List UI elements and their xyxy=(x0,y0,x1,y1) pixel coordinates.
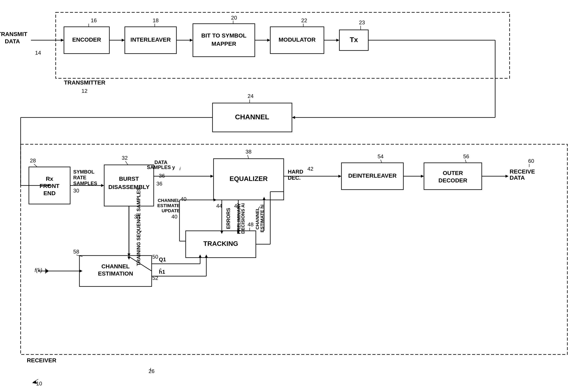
hard-dec-label2: DEC. xyxy=(288,175,301,181)
h1-hat-label: ĥ1 xyxy=(159,269,165,275)
channel-est-label1: CHANNEL xyxy=(102,263,130,270)
transmitter-ref: 12 xyxy=(82,88,87,94)
hard-dec-ref: 42 xyxy=(307,166,313,172)
receive-data-label2: DATA xyxy=(510,174,525,181)
deinterleaver-ref: 54 xyxy=(378,153,383,159)
outer-decoder-ref: 56 xyxy=(463,153,469,159)
tracking-label: TRACKING xyxy=(203,240,238,247)
channel-ref: 24 xyxy=(248,93,253,99)
encoder-ref: 16 xyxy=(91,17,97,23)
channel-label: CHANNEL xyxy=(235,113,269,121)
outer-decoder-label1: OUTER xyxy=(443,170,463,176)
symbol-rate-samples-label2: RATE xyxy=(73,175,86,180)
ref-40-b: 40 xyxy=(181,196,187,202)
channel-update-label3: UPDATE xyxy=(162,208,180,213)
interleaver-ref: 18 xyxy=(153,17,159,23)
transmit-data-ref: 14 xyxy=(35,50,41,56)
data-samples-label2: SAMPLES y xyxy=(147,164,175,170)
equalizer-label: EQUALIZER xyxy=(230,175,268,182)
rx-front-end-label3: END xyxy=(43,190,56,196)
training-seq-samples-label1: TRAINING SEQUENCE SAMPLES xyxy=(136,188,141,266)
q1-ref: 50 xyxy=(152,254,158,260)
encoder-label: ENCODER xyxy=(72,37,101,43)
rx-front-end-label2: FRONT xyxy=(40,183,60,189)
tracking-ref: 48 xyxy=(248,221,253,228)
modulator-label: MODULATOR xyxy=(278,37,315,43)
outer-decoder-label2: DECODER xyxy=(439,177,467,184)
tx-ref: 23 xyxy=(359,19,365,26)
block-diagram-svg: TRANSMITTER 12 TRANSMIT DATA 14 ENCODER … xyxy=(0,0,588,386)
channel-est-ref: 58 xyxy=(73,249,79,255)
ref-36-b: 36 xyxy=(159,173,165,179)
bit-symbol-mapper-label2: MAPPER xyxy=(211,40,236,47)
diagram-container: TRANSMITTER 12 TRANSMIT DATA 14 ENCODER … xyxy=(0,0,588,386)
rx-front-end-label1: Rx xyxy=(46,175,53,182)
data-samples-label1: DATA xyxy=(154,159,167,165)
receive-data-label1: RECEIVE xyxy=(510,168,535,175)
figure-ref: 10 xyxy=(36,380,42,386)
channel-est-hi-label1: CHANNEL xyxy=(255,207,260,230)
symbol-rate-samples-label1: SYMBOL xyxy=(73,169,94,174)
training-seq-ref: 34 xyxy=(134,213,140,220)
transmit-data-label: TRANSMIT xyxy=(0,31,27,37)
interleaver-label: INTERLEAVER xyxy=(130,37,171,43)
channel-est-label2: ESTIMATION xyxy=(98,270,133,277)
ref-40: 40 xyxy=(171,213,177,220)
burst-disassembly-label2: DISASSEMBLY xyxy=(108,184,149,190)
q1-label: Q1 xyxy=(159,256,166,263)
symbol-rate-samples-ref: 30 xyxy=(73,188,79,194)
receiver-label: RECEIVER xyxy=(27,357,56,364)
bit-symbol-mapper-label1: BIT TO SYMBOL xyxy=(201,32,247,39)
modulator-ref: 22 xyxy=(301,17,307,23)
ref-44: 44 xyxy=(216,203,222,209)
transmit-data-label2: DATA xyxy=(5,38,20,44)
h1-hat-ref: 52 xyxy=(152,275,158,281)
fk-label: f(k) xyxy=(34,267,42,273)
channel-update-label: CHANNEL xyxy=(158,198,180,203)
receive-data-ref: 60 xyxy=(528,158,534,164)
tx-label: Tx xyxy=(350,36,358,43)
receiver-ref: 26 xyxy=(148,368,154,374)
hard-dec-label1: HARD xyxy=(288,169,303,175)
burst-disassembly-ref: 32 xyxy=(122,155,128,161)
svg-rect-0 xyxy=(0,0,588,386)
deinterleaver-label: DEINTERLEAVER xyxy=(348,173,397,179)
errors-label: ERRORS xyxy=(226,208,231,229)
equalizer-ref: 38 xyxy=(246,149,252,155)
rx-front-end-ref: 28 xyxy=(30,157,36,164)
bit-symbol-mapper-ref: 20 xyxy=(231,15,237,21)
channel-update-label2: ESTIMATE xyxy=(157,203,180,208)
prelim-dec-label2: DECISIONS Ai xyxy=(240,203,246,234)
ref-36: 36 xyxy=(156,180,162,187)
burst-disassembly-label1: BURST xyxy=(119,175,139,182)
transmitter-label: TRANSMITTER xyxy=(64,79,105,86)
